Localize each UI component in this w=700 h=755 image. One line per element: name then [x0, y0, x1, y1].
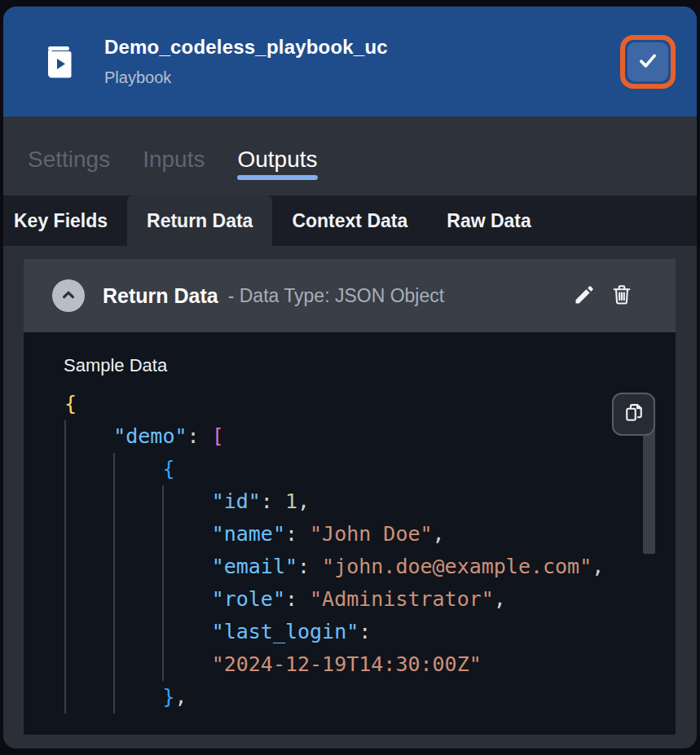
- tab-label: Outputs: [237, 147, 317, 173]
- dialog-header: Demo_codeless_playbook_uc Playbook: [3, 7, 697, 116]
- dialog-title: Demo_codeless_playbook_uc: [104, 36, 620, 59]
- active-tab-underline: [237, 175, 317, 180]
- tab-bar: SettingsInputsOutputs: [3, 116, 697, 195]
- code-line: "last_login":: [64, 616, 676, 648]
- subtab-return-data[interactable]: Return Data: [127, 195, 272, 246]
- tab-label: Settings: [28, 147, 110, 173]
- dialog-title-block: Demo_codeless_playbook_uc Playbook: [104, 36, 620, 87]
- code-line: "2024-12-19T14:30:00Z": [64, 648, 676, 681]
- code-line: {: [64, 453, 676, 485]
- confirm-button[interactable]: [627, 42, 668, 81]
- edit-button[interactable]: [571, 283, 597, 309]
- subtab-bar: Key FieldsReturn DataContext DataRaw Dat…: [3, 195, 697, 246]
- dialog-subtitle: Playbook: [104, 68, 620, 87]
- code-line: "name": "John Doe",: [64, 518, 676, 551]
- playbook-dialog: Demo_codeless_playbook_uc Playbook Setti…: [3, 7, 697, 748]
- trash-icon: [610, 283, 633, 309]
- code-line: "id": 1,: [64, 485, 676, 518]
- subtab-key-fields[interactable]: Key Fields: [3, 195, 127, 246]
- indent-guide: [162, 485, 164, 681]
- indent-guide: [113, 453, 115, 713]
- code-line: "demo": [: [64, 420, 676, 453]
- code-line: {: [64, 388, 676, 420]
- code-lines: { "demo": [ { "id": 1, "name": "John Doe…: [24, 388, 676, 713]
- annotation-highlight-ring: [620, 35, 676, 89]
- indent-guide: [64, 420, 66, 713]
- tab-label: Inputs: [143, 147, 205, 173]
- tab-outputs[interactable]: Outputs: [237, 116, 317, 195]
- playbook-icon: [46, 46, 75, 78]
- tab-inputs[interactable]: Inputs: [143, 116, 205, 195]
- collapse-button[interactable]: [52, 279, 85, 312]
- card-title: Return Data: [103, 284, 218, 308]
- code-line: },: [64, 681, 676, 713]
- delete-button[interactable]: [609, 283, 635, 309]
- tab-settings[interactable]: Settings: [28, 116, 110, 195]
- subtab-raw-data[interactable]: Raw Data: [427, 195, 551, 246]
- code-line: "email": "john.doe@example.com",: [64, 551, 676, 583]
- return-data-card-header: Return Data - Data Type: JSON Object: [24, 259, 676, 332]
- sample-data-editor: Sample Data { "demo": [ { "id": 1, "name…: [24, 332, 676, 735]
- pencil-icon: [573, 283, 596, 309]
- copy-icon: [623, 402, 645, 427]
- subtab-context-data[interactable]: Context Data: [272, 195, 427, 246]
- chevron-up-icon: [58, 284, 79, 308]
- return-data-card: Return Data - Data Type: JSON Object: [24, 259, 676, 735]
- code-line: "role": "Administrator",: [64, 583, 676, 616]
- card-data-type: - Data Type: JSON Object: [228, 285, 571, 307]
- sample-data-label: Sample Data: [64, 353, 676, 378]
- check-icon: [636, 48, 660, 75]
- copy-button[interactable]: [612, 393, 655, 436]
- outputs-content: Return Data - Data Type: JSON Object: [3, 246, 697, 748]
